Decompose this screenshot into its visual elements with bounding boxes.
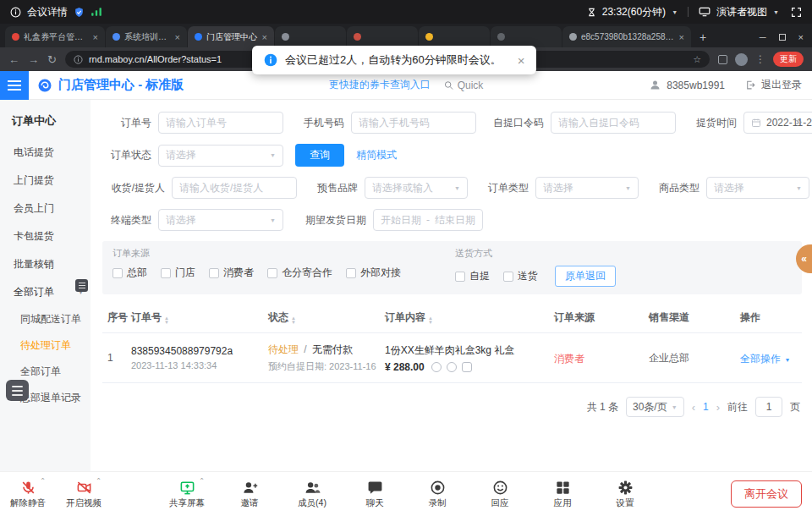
date-start-placeholder[interactable]: 开始日期	[381, 213, 421, 228]
signal-icon[interactable]	[91, 7, 102, 17]
col-header[interactable]: 订单内容▲▼	[385, 310, 554, 325]
browser-profile-avatar[interactable]	[735, 53, 748, 66]
extensions-icon[interactable]	[718, 55, 727, 64]
chevron-up-icon[interactable]: ⌃	[40, 477, 46, 485]
checkbox-store[interactable]: 门店	[161, 266, 195, 280]
sidebar-item-city-delivery[interactable]: 同城配送订单	[0, 306, 91, 332]
leave-meeting-button[interactable]: 离开会议	[731, 480, 802, 508]
browser-tab[interactable]: e8c573980b1328a258fd2e6l ×	[562, 26, 691, 47]
settings-button[interactable]: 设置	[604, 480, 646, 509]
chevron-down-icon[interactable]: ▼	[672, 9, 678, 15]
sort-icon[interactable]: ▲▼	[164, 316, 169, 325]
apps-button[interactable]: 应用	[541, 480, 584, 509]
sidebar-item-phone-pickup[interactable]: 电话提货	[0, 139, 91, 167]
members-button[interactable]: 成员(4)	[291, 480, 333, 509]
checkbox-consumer[interactable]: 消费者	[209, 266, 254, 280]
goods-type-select[interactable]: 请选择 ▼	[706, 177, 809, 199]
close-icon[interactable]: ×	[518, 53, 525, 68]
tab-close-icon[interactable]: ×	[175, 32, 180, 42]
hamburger-menu-button[interactable]	[0, 71, 29, 100]
ship-date-range[interactable]: 开始日期 - 结束日期	[373, 209, 483, 231]
minimize-icon[interactable]: ─	[760, 32, 766, 42]
terminal-type-select[interactable]: 请选择 ▼	[158, 209, 283, 231]
start-video-button[interactable]: 开启视频 ⌃	[63, 480, 105, 509]
col-header[interactable]: 状态▲▼	[268, 310, 385, 325]
checkbox-self-pickup[interactable]: 自提	[455, 269, 490, 283]
order-type-select[interactable]: 请选择 ▼	[535, 177, 639, 199]
invite-button[interactable]: 邀请	[228, 480, 271, 509]
refresh-icon[interactable]: ↻	[47, 54, 57, 65]
bookmark-icon[interactable]: ☆	[693, 54, 701, 65]
meeting-details-link[interactable]: 会议详情	[27, 5, 68, 19]
fullscreen-icon[interactable]	[791, 7, 802, 18]
date-end-placeholder[interactable]: 结束日期	[435, 213, 475, 228]
browser-menu-icon[interactable]: ⋮	[755, 53, 765, 65]
chevron-up-icon[interactable]: ⌃	[199, 477, 205, 485]
simple-mode-link[interactable]: 精简模式	[356, 148, 397, 162]
record-button[interactable]: 录制	[416, 480, 458, 509]
pickup-code-input[interactable]	[551, 112, 676, 134]
col-header[interactable]: 订单号▲▼	[131, 310, 268, 325]
sidebar-item-member-visit[interactable]: 会员上门	[0, 195, 91, 222]
page-size-select[interactable]: 30条/页 ▼	[626, 397, 684, 417]
chat-button[interactable]: 聊天	[354, 480, 396, 509]
sidebar-drag-handle[interactable]	[75, 279, 88, 292]
order-status-select[interactable]: 请选择 ▼	[158, 145, 283, 167]
browser-tab[interactable]	[491, 26, 562, 47]
row-actions-dropdown[interactable]: 全部操作	[740, 353, 781, 365]
close-icon[interactable]: ×	[798, 32, 804, 42]
view-mode-selector[interactable]: 演讲者视图	[716, 5, 767, 19]
expand-panel-icon[interactable]: »	[796, 115, 802, 128]
sort-icon[interactable]: ▲▼	[428, 316, 433, 325]
next-page-button[interactable]: ›	[716, 401, 720, 414]
chevron-up-icon[interactable]: ⌃	[96, 477, 102, 485]
tab-close-icon[interactable]: ×	[93, 32, 98, 42]
reactions-button[interactable]: 回应	[479, 480, 521, 509]
share-screen-button[interactable]: 共享屏幕 ⌃	[166, 480, 208, 509]
current-page[interactable]: 1	[703, 401, 709, 413]
prev-page-button[interactable]: ‹	[692, 401, 695, 414]
floating-menu-button[interactable]	[6, 380, 29, 401]
quick-search[interactable]: Quick	[444, 80, 484, 91]
sidebar-item-pending-orders[interactable]: 待处理订单	[0, 332, 91, 359]
date-start-value[interactable]: 2022-11-21	[766, 117, 812, 129]
checkbox-delivery[interactable]: 送货	[503, 269, 538, 283]
maximize-icon[interactable]	[779, 34, 786, 41]
tab-close-icon[interactable]: ×	[679, 32, 684, 42]
checkbox-warehouse-coop[interactable]: 仓分寄合作	[267, 266, 332, 280]
order-no[interactable]: 83859345088979792a	[131, 345, 268, 357]
phone-input[interactable]	[351, 112, 476, 134]
search-button[interactable]: 查询	[295, 144, 344, 167]
tab-close-icon[interactable]: ×	[262, 32, 267, 42]
checkbox-hq[interactable]: 总部	[112, 266, 147, 280]
chevron-down-icon[interactable]: ▼	[773, 9, 779, 15]
browser-tab[interactable]	[419, 26, 490, 47]
site-info-icon[interactable]	[74, 55, 83, 64]
browser-update-button[interactable]: 更新	[773, 52, 804, 67]
browser-tab[interactable]	[347, 26, 418, 47]
forward-icon[interactable]: →	[28, 54, 39, 65]
username[interactable]: 8385wb1991	[667, 80, 725, 91]
browser-tab-active[interactable]: 门店管理中心 ×	[188, 26, 274, 47]
sidebar-item-card-pickup[interactable]: 卡包提货	[0, 222, 91, 250]
sidebar-item-batch-verify[interactable]: 批量核销	[0, 250, 91, 278]
back-icon[interactable]: ←	[8, 54, 19, 65]
table-row[interactable]: 1 83859345088979792a 2023-11-13 14:33:34…	[102, 333, 802, 383]
logout-button[interactable]: 退出登录	[761, 78, 802, 92]
sidebar-item-door-pickup[interactable]: 上门提货	[0, 167, 91, 195]
meeting-timer[interactable]: 23:32(60分钟)	[602, 5, 666, 19]
unmute-button[interactable]: 解除静音 ⌃	[7, 480, 49, 509]
receiver-input[interactable]	[172, 177, 297, 199]
checkbox-external[interactable]: 外部对接	[346, 266, 401, 280]
browser-tab[interactable]: 礼盒券平台管理中心 ×	[5, 26, 105, 47]
original-return-button[interactable]: 原单退回	[555, 266, 616, 287]
goto-page-input[interactable]	[755, 397, 782, 417]
presale-brand-select[interactable]: 请选择或输入 ▼	[365, 177, 468, 199]
browser-tab[interactable]	[275, 26, 346, 47]
new-tab-button[interactable]: +	[692, 30, 714, 44]
sort-icon[interactable]: ▲▼	[291, 316, 296, 325]
order-no-input[interactable]	[158, 112, 283, 134]
chevron-down-icon[interactable]: ▼	[784, 357, 790, 363]
coupon-query-link[interactable]: 更快捷的券卡查询入口	[329, 78, 431, 92]
browser-tab[interactable]: 系统培训学习 ×	[106, 26, 187, 47]
